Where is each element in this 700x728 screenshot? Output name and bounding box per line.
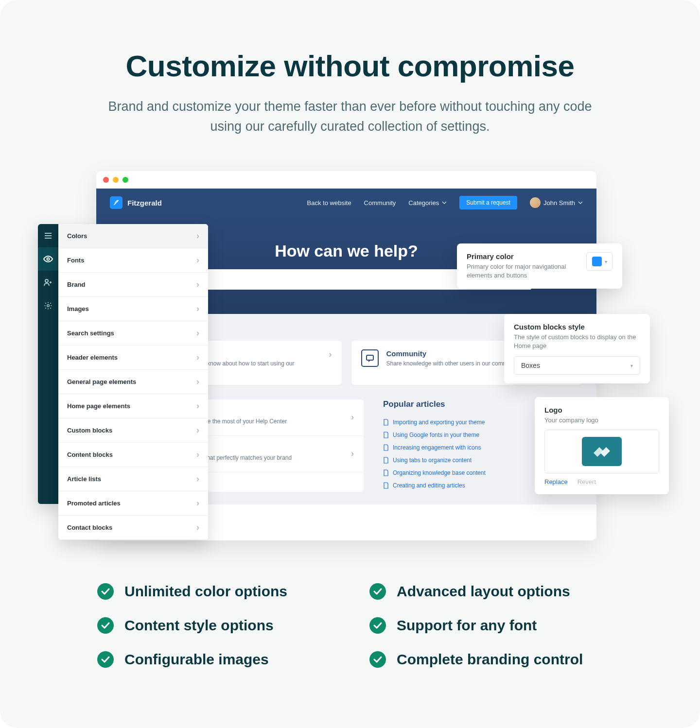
chevron-down-icon <box>578 200 583 205</box>
hc-hero-title: How can we help? <box>275 242 418 260</box>
nav-categories-label: Categories <box>408 199 439 207</box>
color-swatch <box>592 257 602 266</box>
settings-item-brand[interactable]: Brand <box>58 273 208 297</box>
user-menu[interactable]: John Smith <box>530 197 583 208</box>
chat-icon <box>361 349 379 367</box>
chevron-right-icon <box>196 450 199 460</box>
primary-color-desc: Primary color for major navigational ele… <box>467 262 578 280</box>
settings-item-label: Promoted articles <box>67 500 121 507</box>
window-minimize-dot[interactable] <box>113 177 119 183</box>
settings-item-custom-blocks[interactable]: Custom blocks <box>58 418 208 443</box>
feature-label: Advanced layout options <box>397 583 570 600</box>
rail-gear-icon[interactable] <box>38 294 58 317</box>
check-icon <box>97 617 114 634</box>
rail-menu-icon[interactable] <box>38 224 58 247</box>
nav-back[interactable]: Back to website <box>307 199 351 207</box>
feature-item: Configurable images <box>97 651 331 668</box>
nav-community[interactable]: Community <box>364 199 396 207</box>
chevron-right-icon <box>196 328 199 338</box>
chevron-down-icon: ▾ <box>605 259 607 264</box>
check-icon <box>369 651 386 668</box>
svg-point-7 <box>47 305 50 307</box>
primary-color-title: Primary color <box>467 252 578 260</box>
chevron-down-icon <box>442 200 447 205</box>
check-icon <box>97 651 114 668</box>
settings-item-label: Images <box>67 305 89 312</box>
feature-label: Content style options <box>124 617 274 634</box>
window-close-dot[interactable] <box>103 177 109 183</box>
settings-item-label: Fonts <box>67 257 84 264</box>
settings-item-general-page-elements[interactable]: General page elements <box>58 370 208 394</box>
feature-list: Unlimited color optionsAdvanced layout o… <box>97 583 603 668</box>
logo-panel: Logo Your company logo Replace Revert <box>535 397 669 494</box>
custom-blocks-select[interactable]: Boxes ▾ <box>514 356 640 375</box>
logo-desc: Your company logo <box>544 416 659 425</box>
check-icon <box>369 583 386 600</box>
settings-item-header-elements[interactable]: Header elements <box>58 346 208 370</box>
primary-color-panel: Primary color Primary color for major na… <box>457 243 622 289</box>
document-icon <box>383 482 389 489</box>
settings-item-images[interactable]: Images <box>58 297 208 321</box>
submit-request-button[interactable]: Submit a request <box>459 196 517 209</box>
settings-item-label: Search settings <box>67 329 114 337</box>
settings-panel: ColorsFontsBrandImagesSearch settingsHea… <box>58 224 208 540</box>
chevron-down-icon: ▾ <box>630 363 633 368</box>
settings-item-promoted-articles[interactable]: Promoted articles <box>58 491 208 516</box>
rail-people-icon[interactable] <box>38 271 58 294</box>
feature-item: Content style options <box>97 617 331 634</box>
custom-blocks-title: Custom blocks style <box>514 323 640 331</box>
chevron-right-icon <box>196 231 199 241</box>
popular-article-label: Creating and editing articles <box>393 482 465 489</box>
logo-replace-link[interactable]: Replace <box>544 478 568 485</box>
popular-article-label: Increasing engagement with icons <box>393 444 481 451</box>
check-icon <box>369 617 386 634</box>
chevron-right-icon <box>196 474 199 484</box>
color-swatch-button[interactable]: ▾ <box>586 252 612 271</box>
popular-article-label: Importing and exporting your theme <box>393 419 485 426</box>
settings-item-search-settings[interactable]: Search settings <box>58 321 208 346</box>
chevron-right-icon <box>196 425 199 435</box>
document-icon <box>383 457 389 464</box>
feature-item: Complete branding control <box>369 651 603 668</box>
window-maximize-dot[interactable] <box>122 177 128 183</box>
settings-item-contact-blocks[interactable]: Contact blocks <box>58 516 208 540</box>
chevron-right-icon <box>329 349 332 360</box>
document-icon <box>383 469 389 476</box>
page-title: Customize without compromise <box>0 49 700 83</box>
svg-point-6 <box>45 279 48 282</box>
logo-preview <box>544 430 659 473</box>
nav-categories[interactable]: Categories <box>408 199 447 207</box>
settings-item-fonts[interactable]: Fonts <box>58 248 208 273</box>
rail-preview-icon[interactable] <box>38 247 58 271</box>
settings-item-label: General page elements <box>67 378 136 385</box>
popular-article-label: Using Google fonts in your theme <box>393 432 479 438</box>
chevron-right-icon <box>196 279 199 290</box>
custom-blocks-desc: The style of custom blocks to display on… <box>514 333 640 350</box>
settings-item-label: Colors <box>67 232 87 240</box>
brand-logo[interactable]: Fitzgerald <box>110 196 162 209</box>
custom-blocks-panel: Custom blocks style The style of custom … <box>504 314 650 383</box>
popular-article-label: Using tabs to organize content <box>393 457 472 464</box>
settings-item-content-blocks[interactable]: Content blocks <box>58 443 208 467</box>
settings-item-label: Brand <box>67 281 86 288</box>
settings-item-colors[interactable]: Colors <box>58 224 208 248</box>
feature-label: Complete branding control <box>397 651 583 668</box>
avatar <box>530 197 541 208</box>
company-logo-icon <box>582 437 622 466</box>
chevron-right-icon <box>196 352 199 363</box>
svg-point-5 <box>47 258 50 260</box>
document-icon <box>383 444 389 451</box>
popular-article-label: Organizing knowledge base content <box>393 469 486 476</box>
hc-header: Fitzgerald Back to website Community Cat… <box>96 189 596 217</box>
settings-item-article-lists[interactable]: Article lists <box>58 467 208 491</box>
chevron-right-icon <box>196 255 199 265</box>
chevron-right-icon <box>196 401 199 411</box>
check-icon <box>97 583 114 600</box>
brand-name: Fitzgerald <box>127 199 162 207</box>
settings-rail <box>38 224 58 504</box>
document-icon <box>383 419 389 426</box>
settings-item-home-page-elements[interactable]: Home page elements <box>58 394 208 418</box>
logo-revert-link[interactable]: Revert <box>578 478 596 485</box>
settings-item-label: Content blocks <box>67 451 113 458</box>
feature-item: Unlimited color options <box>97 583 331 600</box>
